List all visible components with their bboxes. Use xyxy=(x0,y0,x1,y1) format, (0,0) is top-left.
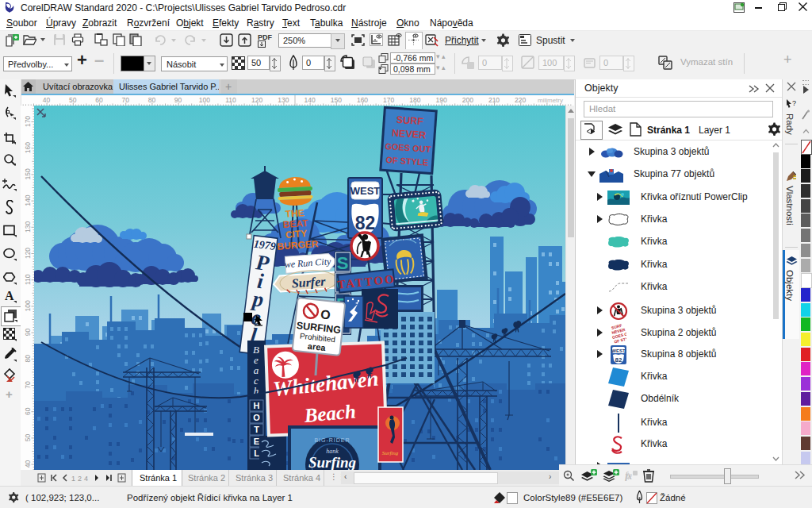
svg-text:S: S xyxy=(337,253,349,273)
svg-text:80: 80 xyxy=(148,96,156,104)
svg-text:60: 60 xyxy=(95,96,103,104)
svg-text:50: 50 xyxy=(69,96,77,104)
svg-text:90: 90 xyxy=(24,329,32,337)
svg-text:100: 100 xyxy=(199,96,210,104)
svg-text:130: 130 xyxy=(24,221,32,232)
svg-text:210: 210 xyxy=(488,96,500,104)
svg-text:Surfing: Surfing xyxy=(308,454,356,470)
svg-text:200: 200 xyxy=(462,96,473,104)
svg-text:180: 180 xyxy=(409,96,420,104)
svg-text:WEST: WEST xyxy=(611,348,626,353)
svg-text:NEVER: NEVER xyxy=(392,128,427,141)
svg-text:70: 70 xyxy=(24,381,32,389)
svg-text:A: A xyxy=(5,289,14,302)
svg-text:fx: fx xyxy=(625,470,632,481)
svg-text:82: 82 xyxy=(355,213,376,233)
svg-text:110: 110 xyxy=(225,96,236,104)
svg-text:150: 150 xyxy=(331,96,342,104)
svg-text:160: 160 xyxy=(24,142,32,153)
svg-text:170: 170 xyxy=(383,96,394,104)
svg-text:130: 130 xyxy=(278,96,289,104)
svg-text:100: 100 xyxy=(24,300,32,311)
svg-text:140: 140 xyxy=(24,194,32,206)
svg-text:110: 110 xyxy=(24,274,32,285)
svg-text:120: 120 xyxy=(24,248,32,259)
svg-text:H: H xyxy=(254,401,260,410)
svg-text:milimetry: milimetry xyxy=(538,97,563,104)
svg-text:Surfing: Surfing xyxy=(382,450,399,456)
svg-text:190: 190 xyxy=(436,96,447,104)
svg-text:50: 50 xyxy=(24,433,32,441)
svg-text:BIG-RIDER: BIG-RIDER xyxy=(314,437,350,443)
svg-text:150: 150 xyxy=(24,168,32,179)
svg-text:T: T xyxy=(254,425,259,434)
svg-text:170: 170 xyxy=(24,116,32,127)
svg-text:40: 40 xyxy=(24,460,32,468)
svg-text:70: 70 xyxy=(121,96,129,104)
svg-text:O: O xyxy=(253,413,260,422)
svg-text:82: 82 xyxy=(615,356,622,364)
svg-text:WEST: WEST xyxy=(350,185,381,197)
svg-text:40: 40 xyxy=(43,96,51,104)
svg-text:area: area xyxy=(307,341,327,352)
svg-text:80: 80 xyxy=(24,355,32,363)
svg-text:?: ? xyxy=(792,99,796,107)
svg-text:SURF: SURF xyxy=(396,114,423,127)
svg-text:60: 60 xyxy=(24,407,32,415)
svg-text:90: 90 xyxy=(174,96,182,104)
svg-text:160: 160 xyxy=(357,96,368,104)
svg-text:220: 220 xyxy=(515,96,526,104)
svg-text:Beach: Beach xyxy=(303,400,357,426)
svg-text:E: E xyxy=(254,437,259,446)
svg-text:L: L xyxy=(254,448,259,458)
svg-text:140: 140 xyxy=(304,96,316,104)
svg-text:120: 120 xyxy=(251,96,262,104)
svg-text:O: O xyxy=(320,307,331,321)
